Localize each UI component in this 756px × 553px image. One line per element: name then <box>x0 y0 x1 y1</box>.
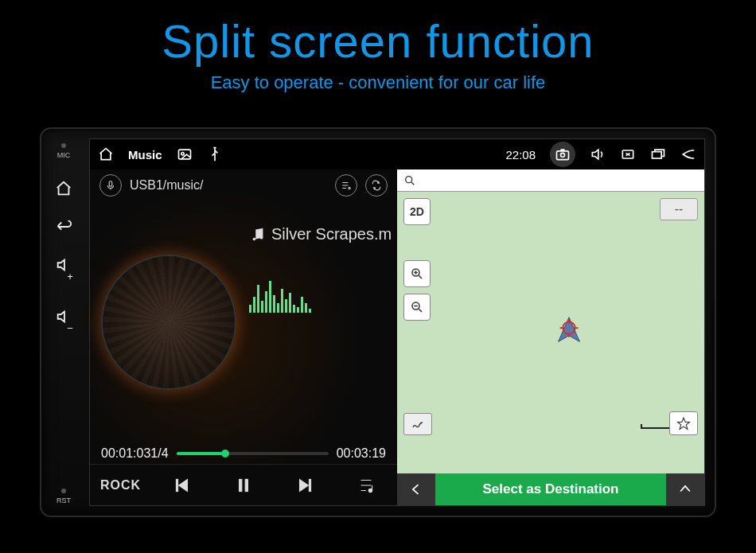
nav-search-bar[interactable] <box>397 169 704 192</box>
music-controls: ROCK <box>90 464 397 505</box>
mic-icon[interactable] <box>99 174 122 197</box>
track-counter: 1/4 <box>150 446 168 461</box>
image-icon[interactable] <box>177 146 193 162</box>
music-pane: USB1/music/ Silver Scrapes.m <box>90 169 397 505</box>
svg-point-7 <box>349 187 350 189</box>
svg-rect-0 <box>178 150 190 159</box>
device-frame: MIC + − RST Music <box>40 127 716 517</box>
svg-rect-10 <box>176 479 177 491</box>
elapsed-time: 00:01:03 <box>101 446 150 461</box>
touchscreen: Music 22:08 <box>89 138 705 506</box>
hardware-button-panel: MIC + − RST <box>41 129 86 516</box>
playlist-button[interactable] <box>335 174 357 197</box>
usb-icon <box>207 146 223 162</box>
total-time: 00:03:19 <box>337 446 386 461</box>
split-container: USB1/music/ Silver Scrapes.m <box>90 169 704 505</box>
queue-button[interactable] <box>350 469 382 501</box>
mic-indicator: MIC <box>57 143 71 159</box>
next-track-button[interactable] <box>289 469 321 501</box>
favorite-button[interactable] <box>669 411 698 435</box>
svg-marker-24 <box>678 418 690 429</box>
close-app-icon[interactable] <box>620 146 636 162</box>
music-path: USB1/music/ <box>130 178 203 193</box>
zoom-out-button[interactable] <box>403 294 431 321</box>
svg-point-8 <box>253 237 256 240</box>
navigation-pane: 2D -- 2 <box>397 169 704 505</box>
pause-button[interactable] <box>228 469 259 501</box>
svg-rect-5 <box>653 152 662 158</box>
seek-bar[interactable] <box>177 452 329 455</box>
back-soft-button[interactable] <box>680 146 696 162</box>
album-art[interactable] <box>101 255 236 390</box>
svg-rect-2 <box>557 151 569 160</box>
search-icon <box>403 174 416 187</box>
volume-down-button[interactable]: − <box>55 308 72 339</box>
svg-point-3 <box>561 153 565 157</box>
vehicle-marker <box>551 313 587 352</box>
view-mode-button[interactable]: 2D <box>403 198 431 225</box>
nav-back-button[interactable] <box>397 473 435 505</box>
track-title: Silver Scrapes.m <box>249 225 392 243</box>
equalizer-visual <box>249 273 311 313</box>
svg-rect-11 <box>240 479 242 491</box>
eq-preset-button[interactable]: ROCK <box>105 469 137 501</box>
subheadline: Easy to operate - convenient for our car… <box>0 72 756 93</box>
map-canvas[interactable]: 2D -- 2 <box>397 192 704 473</box>
volume-icon[interactable] <box>590 146 606 162</box>
screenshot-button[interactable] <box>550 142 575 167</box>
route-button[interactable] <box>403 413 432 435</box>
app-title: Music <box>128 148 162 162</box>
prev-track-button[interactable] <box>166 469 198 501</box>
clock: 22:08 <box>505 148 536 162</box>
svg-point-1 <box>181 153 183 155</box>
home-button[interactable] <box>55 180 72 197</box>
svg-point-15 <box>406 176 412 182</box>
speed-display: -- <box>660 198 698 220</box>
svg-rect-12 <box>245 479 247 491</box>
zoom-in-button[interactable] <box>403 260 431 287</box>
music-body: Silver Scrapes.m <box>90 201 397 443</box>
volume-up-button[interactable]: + <box>55 256 72 287</box>
svg-point-14 <box>369 489 372 492</box>
select-destination-button[interactable]: Select as Destination <box>435 473 666 505</box>
home-icon[interactable] <box>98 146 114 162</box>
music-path-bar: USB1/music/ <box>90 169 397 201</box>
nav-bottom-bar: Select as Destination <box>397 473 704 505</box>
svg-point-9 <box>260 236 263 239</box>
repeat-button[interactable] <box>365 174 388 197</box>
headline: Split screen function <box>0 0 756 68</box>
status-bar: Music 22:08 <box>90 139 704 169</box>
svg-rect-6 <box>109 181 112 186</box>
svg-rect-13 <box>310 479 311 491</box>
reset-indicator: RST <box>57 489 71 504</box>
nav-expand-button[interactable] <box>666 473 704 505</box>
recent-apps-icon[interactable] <box>650 146 666 162</box>
back-button[interactable] <box>55 218 72 236</box>
